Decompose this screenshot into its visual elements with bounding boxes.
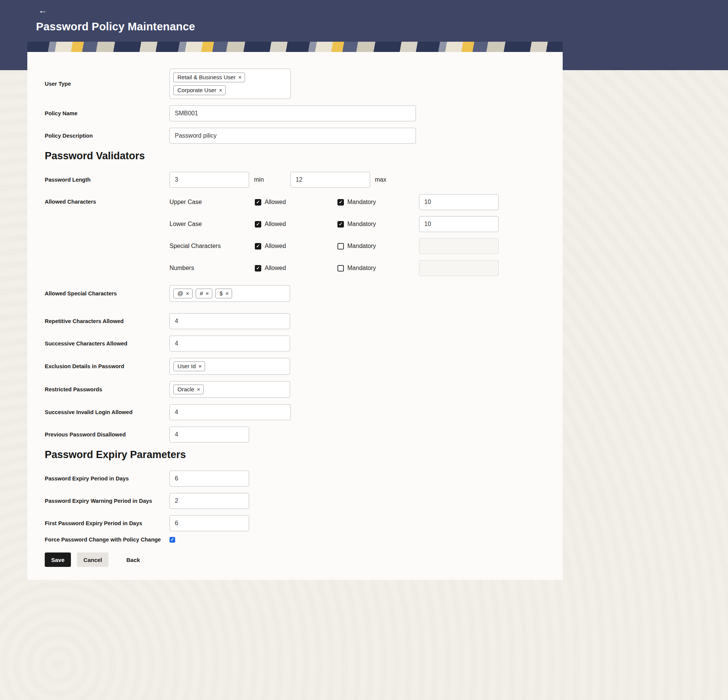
upper-case-row: Upper Case ✓ Allowed ✓ Mandatory (169, 194, 545, 210)
previous-password-row: Previous Password Disallowed (45, 427, 545, 443)
upper-case-allowed-checkbox[interactable]: ✓ Allowed (255, 199, 337, 206)
page-title: Password Policy Maintenance (36, 20, 195, 33)
password-expiry-period-row: Password Expiry Period in Days (45, 471, 545, 487)
chip-label: User Id (177, 363, 196, 369)
special-characters-allowed-checkbox[interactable]: ✓ Allowed (255, 243, 337, 250)
numbers-mandatory-checkbox[interactable]: ✓ Mandatory (337, 265, 419, 272)
chip-label: $ (220, 290, 223, 297)
exclusion-details-multiselect[interactable]: User Id × (169, 358, 290, 375)
character-type-label: Numbers (169, 265, 255, 272)
successive-characters-row: Successive Characters Allowed (45, 336, 545, 352)
close-icon[interactable]: × (219, 87, 223, 93)
special-characters-row: Special Characters ✓ Allowed ✓ Mandatory (169, 238, 545, 254)
repetitive-characters-label: Repetitive Characters Allowed (45, 318, 169, 324)
password-expiry-period-input[interactable] (169, 471, 249, 487)
checkbox-icon[interactable]: ✓ (255, 221, 261, 228)
exclusion-details-label: Exclusion Details in Password (45, 363, 169, 369)
successive-invalid-login-row: Successive Invalid Login Allowed (45, 404, 545, 420)
close-icon[interactable]: × (225, 290, 229, 296)
numbers-count-input (419, 260, 499, 276)
upper-case-count-input[interactable] (419, 194, 499, 210)
mandatory-label: Mandatory (347, 265, 376, 272)
user-type-label: User Type (45, 81, 169, 87)
allowed-label: Allowed (265, 265, 286, 272)
checkbox-icon[interactable]: ✓ (337, 221, 344, 228)
successive-characters-label: Successive Characters Allowed (45, 341, 169, 347)
policy-name-row: Policy Name (45, 105, 545, 121)
allowed-label: Allowed (265, 243, 286, 250)
allowed-label: Allowed (265, 199, 286, 206)
close-icon[interactable]: × (186, 290, 189, 296)
checkbox-icon[interactable]: ✓ (337, 199, 344, 206)
special-char-chip: $ × (215, 289, 232, 298)
save-button[interactable]: Save (45, 552, 71, 567)
form-content: User Type Retail & Business User × Corpo… (27, 52, 563, 567)
special-char-chip: @ × (173, 289, 193, 298)
password-expiry-warning-input[interactable] (169, 493, 249, 509)
previous-password-label: Previous Password Disallowed (45, 432, 169, 438)
back-button[interactable]: Back (120, 552, 146, 567)
password-length-max-input[interactable] (290, 172, 370, 188)
first-password-expiry-label: First Password Expiry Period in Days (45, 520, 169, 526)
repetitive-characters-input[interactable] (169, 313, 290, 329)
special-char-chip: # × (196, 289, 212, 298)
repetitive-characters-row: Repetitive Characters Allowed (45, 313, 545, 329)
allowed-label: Allowed (265, 221, 286, 228)
user-type-chip: Corporate User × (173, 85, 226, 95)
close-icon[interactable]: × (197, 386, 200, 392)
password-expiry-period-label: Password Expiry Period in Days (45, 476, 169, 482)
checkbox-icon[interactable]: ✓ (337, 265, 344, 272)
close-icon[interactable]: × (238, 74, 242, 80)
password-length-row: Password Length min max (45, 172, 545, 188)
mandatory-label: Mandatory (347, 221, 376, 228)
character-type-label: Special Characters (169, 243, 255, 250)
close-icon[interactable]: × (206, 290, 209, 296)
password-validators-heading: Password Validators (45, 150, 545, 162)
restricted-passwords-multiselect[interactable]: Oracle × (169, 381, 290, 398)
numbers-allowed-checkbox[interactable]: ✓ Allowed (255, 265, 337, 272)
user-type-multiselect[interactable]: Retail & Business User × Corporate User … (169, 69, 291, 99)
cancel-button[interactable]: Cancel (77, 552, 108, 567)
check-icon: ✓ (339, 200, 342, 204)
upper-case-mandatory-checkbox[interactable]: ✓ Mandatory (337, 199, 419, 206)
successive-invalid-login-input[interactable] (169, 404, 291, 420)
chip-label: Retail & Business User (177, 74, 235, 80)
password-length-min-input[interactable] (169, 172, 249, 188)
special-characters-mandatory-checkbox[interactable]: ✓ Mandatory (337, 243, 419, 250)
check-icon: ✓ (256, 266, 260, 270)
allowed-characters-label: Allowed Characters (45, 194, 169, 205)
max-label: max (375, 176, 386, 183)
checkbox-icon[interactable]: ✓ (337, 243, 344, 250)
decorative-banner (27, 42, 563, 52)
restricted-passwords-label: Restricted Passwords (45, 386, 169, 392)
password-length-label: Password Length (45, 177, 169, 183)
allowed-special-characters-row: Allowed Special Characters @ × # × $ × (45, 285, 545, 302)
force-password-change-checkbox[interactable]: ✓ (169, 537, 175, 543)
chip-label: # (200, 290, 203, 297)
first-password-expiry-input[interactable] (169, 515, 249, 531)
allowed-special-characters-label: Allowed Special Characters (45, 290, 169, 297)
lower-case-allowed-checkbox[interactable]: ✓ Allowed (255, 221, 337, 228)
checkbox-icon[interactable]: ✓ (255, 243, 261, 250)
allowed-characters-row: Allowed Characters Upper Case ✓ Allowed … (45, 194, 545, 276)
allowed-special-characters-multiselect[interactable]: @ × # × $ × (169, 285, 290, 302)
min-label: min (254, 176, 264, 183)
policy-description-label: Policy Description (45, 133, 169, 139)
lower-case-mandatory-checkbox[interactable]: ✓ Mandatory (337, 221, 419, 228)
check-icon: ✓ (170, 537, 174, 542)
policy-description-input[interactable] (169, 128, 416, 144)
password-expiry-warning-label: Password Expiry Warning Period in Days (45, 498, 169, 504)
previous-password-input[interactable] (169, 427, 249, 443)
restricted-passwords-row: Restricted Passwords Oracle × (45, 381, 545, 398)
user-type-chip: Retail & Business User × (173, 72, 245, 82)
action-buttons: Save Cancel Back (45, 552, 545, 567)
successive-characters-input[interactable] (169, 336, 290, 352)
character-type-label: Lower Case (169, 221, 255, 228)
back-arrow-icon[interactable]: ← (38, 6, 47, 15)
close-icon[interactable]: × (198, 363, 202, 369)
policy-name-input[interactable] (169, 105, 416, 121)
checkbox-icon[interactable]: ✓ (255, 199, 261, 206)
mandatory-label: Mandatory (347, 243, 376, 250)
lower-case-count-input[interactable] (419, 216, 499, 232)
checkbox-icon[interactable]: ✓ (255, 265, 261, 272)
